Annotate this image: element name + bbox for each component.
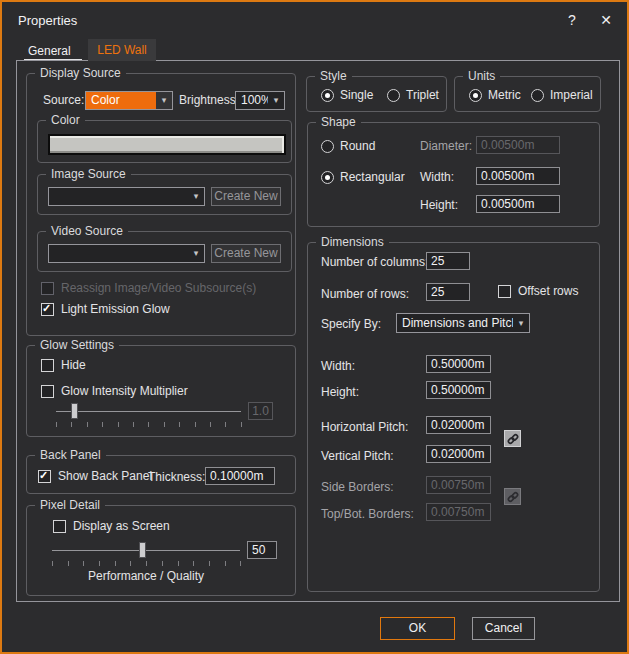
topbot-borders-label: Top/Bot. Borders: — [321, 507, 414, 521]
color-group-title: Color — [46, 113, 85, 127]
help-icon[interactable]: ? — [562, 10, 582, 30]
cancel-button[interactable]: Cancel — [472, 617, 535, 640]
radio[interactable] — [321, 140, 334, 153]
checkbox[interactable] — [498, 285, 511, 298]
units-metric-radio[interactable]: Metric — [469, 88, 521, 102]
tab-general[interactable]: General — [24, 42, 75, 60]
glow-intensity-label: Glow Intensity Multiplier — [61, 384, 188, 398]
columns-input[interactable] — [426, 252, 470, 270]
rows-label: Number of rows: — [321, 287, 409, 301]
slider-handle[interactable] — [71, 403, 78, 419]
radio-selected[interactable] — [321, 171, 334, 184]
source-label: Source: — [43, 93, 84, 107]
checkbox[interactable] — [41, 359, 54, 372]
tab-led-wall[interactable]: LED Wall — [88, 39, 156, 61]
hpitch-input[interactable] — [426, 416, 491, 434]
light-emission-glow-checkbox[interactable]: ✓ Light Emission Glow — [41, 302, 170, 316]
video-source-group: Video Source ▾ Create New — [37, 231, 292, 272]
properties-dialog: Properties ? ✕ General LED Wall Display … — [0, 0, 629, 654]
show-back-panel-checkbox[interactable]: ✓ Show Back Panel — [38, 469, 152, 483]
dialog-title: Properties — [18, 13, 77, 28]
glow-settings-title: Glow Settings — [35, 338, 119, 352]
shape-round-label: Round — [340, 139, 375, 153]
units-title: Units — [463, 69, 500, 83]
radio[interactable] — [387, 89, 400, 102]
radio-selected[interactable] — [321, 89, 334, 102]
shape-width-input[interactable] — [476, 167, 560, 185]
offset-rows-label: Offset rows — [518, 284, 578, 298]
chain-link-icon — [507, 491, 519, 503]
shape-round-radio[interactable]: Round — [321, 139, 375, 153]
video-create-new-button[interactable]: Create New — [211, 244, 281, 263]
chevron-down-icon: ▾ — [268, 92, 284, 109]
slider-track — [52, 550, 240, 551]
shape-height-input[interactable] — [476, 195, 560, 213]
brightness-dropdown-value: 100% — [236, 92, 268, 109]
checkbox — [41, 282, 54, 295]
title-bar: Properties ? ✕ — [2, 2, 627, 38]
video-source-title: Video Source — [46, 224, 128, 238]
style-triplet-radio[interactable]: Triplet — [387, 88, 439, 102]
shape-rectangular-label: Rectangular — [340, 170, 405, 184]
checkbox[interactable] — [53, 520, 66, 533]
brightness-dropdown[interactable]: 100% ▾ — [235, 91, 285, 110]
vpitch-label: Vertical Pitch: — [321, 449, 394, 463]
diameter-label: Diameter: — [420, 139, 472, 153]
style-triplet-label: Triplet — [406, 88, 439, 102]
color-swatch[interactable] — [48, 134, 286, 155]
style-single-label: Single — [340, 88, 373, 102]
chain-link-icon — [507, 433, 519, 445]
specify-by-dropdown[interactable]: Dimensions and Pitch ▾ — [396, 313, 530, 333]
image-create-new-button[interactable]: Create New — [211, 187, 281, 206]
back-panel-title: Back Panel — [35, 448, 106, 462]
units-group: Units Metric Imperial — [454, 76, 601, 112]
source-dropdown[interactable]: Color ▾ — [85, 91, 173, 110]
checkbox[interactable] — [41, 385, 54, 398]
dim-width-input[interactable] — [426, 355, 491, 373]
checkbox-checked[interactable]: ✓ — [41, 303, 54, 316]
chevron-down-icon: ▾ — [513, 314, 529, 332]
display-source-title: Display Source — [35, 66, 126, 80]
check-icon: ✓ — [42, 302, 51, 315]
specify-by-label: Specify By: — [321, 317, 381, 331]
shape-rectangular-radio[interactable]: Rectangular — [321, 170, 405, 184]
chevron-down-icon: ▾ — [188, 245, 204, 262]
check-icon: ✓ — [39, 469, 48, 482]
slider-ticks — [56, 422, 242, 427]
pitch-link-icon[interactable] — [504, 430, 521, 447]
pixel-detail-slider[interactable] — [52, 542, 240, 559]
display-as-screen-checkbox[interactable]: Display as Screen — [53, 519, 170, 533]
slider-handle[interactable] — [139, 542, 146, 558]
dimensions-group: Dimensions Number of columns: Number of … — [307, 242, 600, 592]
glow-settings-group: Glow Settings Hide Glow Intensity Multip… — [26, 345, 296, 437]
shape-group: Shape Round Diameter: Rectangular Width:… — [307, 122, 600, 227]
glow-intensity-checkbox[interactable]: Glow Intensity Multiplier — [41, 384, 188, 398]
thickness-input[interactable] — [205, 467, 275, 485]
image-source-dropdown[interactable]: ▾ — [48, 187, 205, 206]
units-imperial-label: Imperial — [550, 88, 593, 102]
dim-height-input[interactable] — [426, 381, 491, 399]
video-source-dropdown[interactable]: ▾ — [48, 244, 205, 263]
ok-button[interactable]: OK — [380, 617, 455, 640]
slider-track — [56, 411, 241, 412]
topbot-borders-input — [426, 503, 491, 521]
offset-rows-checkbox[interactable]: Offset rows — [498, 284, 578, 298]
close-icon[interactable]: ✕ — [596, 10, 616, 30]
specify-by-value: Dimensions and Pitch — [397, 314, 513, 332]
pixel-detail-value[interactable] — [247, 541, 277, 559]
radio-selected[interactable] — [469, 89, 482, 102]
side-borders-label: Side Borders: — [321, 480, 394, 494]
image-source-title: Image Source — [46, 167, 131, 181]
slider-ticks — [52, 561, 241, 566]
vpitch-input[interactable] — [426, 445, 491, 463]
rows-input[interactable] — [426, 283, 470, 301]
style-single-radio[interactable]: Single — [321, 88, 373, 102]
units-imperial-radio[interactable]: Imperial — [531, 88, 593, 102]
checkbox-checked[interactable]: ✓ — [38, 470, 51, 483]
glow-intensity-slider[interactable] — [56, 403, 241, 420]
radio[interactable] — [531, 89, 544, 102]
thickness-label: Thickness: — [148, 470, 205, 484]
hide-checkbox[interactable]: Hide — [41, 358, 86, 372]
shape-title: Shape — [316, 115, 361, 129]
chevron-down-icon: ▾ — [156, 92, 172, 109]
